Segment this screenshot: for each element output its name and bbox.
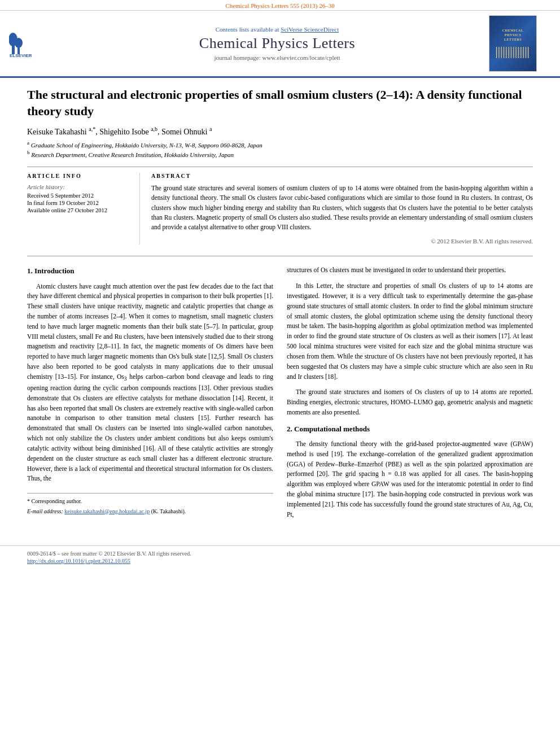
article-title: The structural and electronic properties… bbox=[27, 87, 533, 119]
footnote-area: * Corresponding author. E-mail address: … bbox=[27, 493, 273, 516]
main-content: The structural and electronic properties… bbox=[0, 78, 560, 534]
section-divider bbox=[27, 256, 533, 256]
body-column-left: 1. Introduction Atomic clusters have cau… bbox=[27, 265, 273, 525]
affiliation-b: b Research Department, Creative Research… bbox=[27, 150, 533, 158]
journal-reference-bar: Chemical Physics Letters 555 (2013) 26–3… bbox=[0, 0, 560, 11]
final-form-date: In final form 19 October 2012 bbox=[27, 200, 128, 206]
body-columns: 1. Introduction Atomic clusters have cau… bbox=[27, 265, 533, 525]
copyright-line: © 2012 Elsevier B.V. All rights reserved… bbox=[151, 238, 533, 244]
author-sup-ab: a,b bbox=[151, 126, 158, 132]
col2-para-1: structures of Os clusters must be invest… bbox=[287, 265, 533, 276]
intro-section-title: 1. Introduction bbox=[27, 265, 273, 277]
journal-cover-area: CHEMICAL PHYSICS LETTERS bbox=[489, 15, 551, 72]
received-date: Received 5 September 2012 bbox=[27, 193, 128, 199]
intro-para-1: Atomic clusters have caught much attenti… bbox=[27, 282, 273, 484]
computational-section-title: 2. Computational methods bbox=[287, 423, 533, 435]
affiliations: a Graduate School of Engineering, Hokkai… bbox=[27, 140, 533, 158]
elsevier-logo-svg: ELSEVIER bbox=[9, 27, 60, 58]
journal-ref-text: Chemical Physics Letters 555 (2013) 26–3… bbox=[225, 2, 334, 9]
journal-homepage: journal homepage: www.elsevier.com/locat… bbox=[65, 54, 489, 61]
journal-header: ELSEVIER Contents lists available at Sci… bbox=[0, 11, 560, 78]
col2-para-3: The ground state structures and isomers … bbox=[287, 387, 533, 417]
affil-sup-b: b bbox=[27, 150, 30, 155]
sciverse-text: Contents lists available at SciVerse Sci… bbox=[65, 26, 489, 33]
cover-barcode bbox=[496, 47, 530, 58]
article-info: ARTICLE INFO Article history: Received 5… bbox=[27, 173, 140, 244]
article-info-title: ARTICLE INFO bbox=[27, 173, 128, 179]
sciverse-link[interactable]: SciVerse ScienceDirect bbox=[281, 26, 339, 33]
affiliation-a: a Graduate School of Engineering, Hokkai… bbox=[27, 140, 533, 148]
computational-para-1: The density functional theory with the g… bbox=[287, 439, 533, 520]
available-online-date: Available online 27 October 2012 bbox=[27, 207, 128, 213]
author-sup-a2: a bbox=[209, 126, 212, 132]
author-sup-a: a,* bbox=[89, 126, 95, 132]
abstract-section: ABSTRACT The ground state structures and… bbox=[140, 173, 533, 244]
doi-link[interactable]: http://dx.doi.org/10.1016/j.cplett.2012.… bbox=[27, 558, 130, 564]
bottom-bar: 0009-2614/$ – see front matter © 2012 El… bbox=[0, 545, 560, 570]
journal-cover-image: CHEMICAL PHYSICS LETTERS bbox=[489, 15, 537, 72]
doi-text: http://dx.doi.org/10.1016/j.cplett.2012.… bbox=[27, 558, 533, 564]
article-meta: ARTICLE INFO Article history: Received 5… bbox=[27, 167, 533, 244]
abstract-text: The ground state structures and several … bbox=[151, 184, 533, 232]
issn-text: 0009-2614/$ – see front matter © 2012 El… bbox=[27, 551, 533, 557]
col2-para-2: In this Letter, the structure and proper… bbox=[287, 281, 533, 382]
svg-text:ELSEVIER: ELSEVIER bbox=[10, 53, 32, 58]
abstract-title: ABSTRACT bbox=[151, 173, 533, 179]
body-column-right: structures of Os clusters must be invest… bbox=[287, 265, 533, 525]
elsevier-logo-area: ELSEVIER bbox=[9, 27, 65, 60]
footnote-corresponding: * Corresponding author. bbox=[27, 497, 273, 506]
svg-point-3 bbox=[15, 38, 23, 48]
article-history-label: Article history: bbox=[27, 184, 128, 190]
footnote-email-link[interactable]: keisuke.takahashi@eng.hokudai.ac.jp bbox=[64, 508, 150, 514]
footnote-email: E-mail address: keisuke.takahashi@eng.ho… bbox=[27, 507, 273, 516]
cover-title: CHEMICAL PHYSICS LETTERS bbox=[502, 29, 524, 42]
journal-header-center: Contents lists available at SciVerse Sci… bbox=[65, 26, 489, 61]
authors-line: Keisuke Takahashi a,*, Shigehito Isobe a… bbox=[27, 126, 533, 137]
affil-sup-a: a bbox=[27, 140, 29, 146]
journal-title-header: Chemical Physics Letters bbox=[65, 35, 489, 52]
